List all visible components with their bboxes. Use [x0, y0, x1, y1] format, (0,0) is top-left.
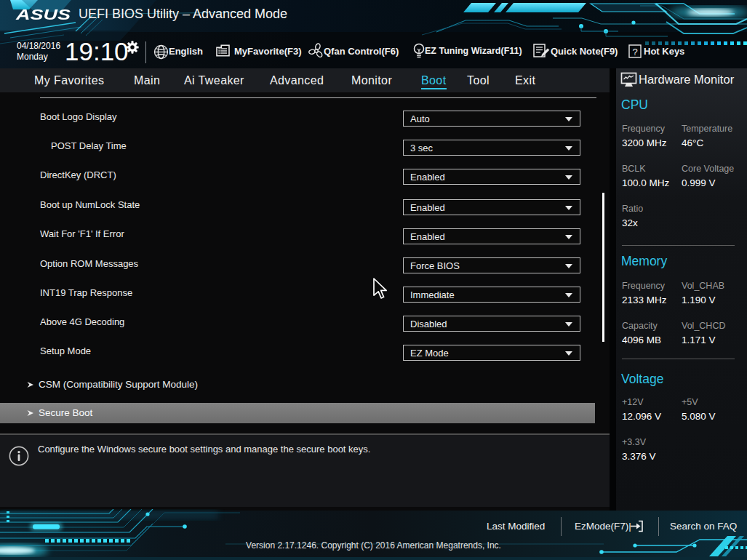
svg-text:?: ? [632, 47, 637, 57]
